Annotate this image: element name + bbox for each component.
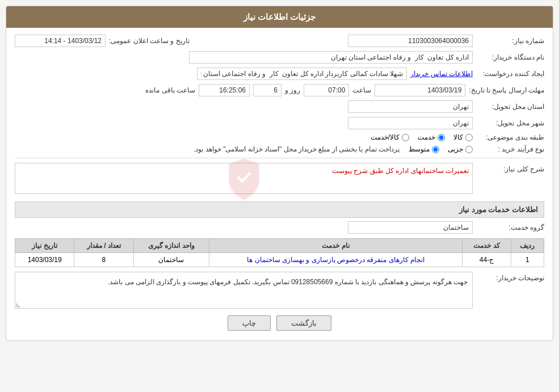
button-row: بازگشت چاپ <box>15 315 544 331</box>
description-section-label: شرح کلی نیاز: <box>476 163 544 173</box>
category-option-goods[interactable]: کالا <box>453 133 473 141</box>
cell-code: ح-44 <box>463 253 511 267</box>
col-code: کد خدمت <box>463 239 511 253</box>
col-qty: تعداد / مقدار <box>74 239 133 253</box>
table-row: 1 ح-44 انجام کارهای متفرقه درخصوص بازساز… <box>15 253 544 267</box>
category-option-both[interactable]: کالا/خدمت <box>371 133 409 141</box>
category-radio-service[interactable] <box>438 134 445 141</box>
deadline-label: مهلت ارسال پاسخ تا تاریخ: <box>469 86 544 94</box>
deadline-day-label: روز و <box>285 86 300 94</box>
need-number-label: شماره نیاز: <box>476 37 544 45</box>
province-input[interactable] <box>348 100 473 113</box>
page-title: جزئیات اطلاعات نیاز <box>6 6 553 28</box>
city-input[interactable] <box>348 117 473 129</box>
announcement-label: تاریخ و ساعت اعلان عمومی: <box>109 37 190 45</box>
process-radio-partial[interactable] <box>465 146 473 153</box>
creator-input[interactable] <box>197 68 407 80</box>
deadline-day-input[interactable] <box>253 84 281 96</box>
process-option-medium[interactable]: متوسط <box>409 145 439 153</box>
category-label: طبقه بندی موضوعی: <box>476 133 544 141</box>
deadline-remain-label: ساعت باقی مانده <box>145 86 195 94</box>
service-group-label: گروه خدمت: <box>476 224 544 231</box>
services-section-header: اطلاعات خدمات مورد نیاز <box>15 201 544 218</box>
province-label: استان محل تحویل: <box>476 103 544 111</box>
cell-date: 1403/03/19 <box>15 253 74 267</box>
buyer-label: نام دستگاه خریدار: <box>476 53 544 61</box>
need-number-input[interactable] <box>348 35 473 47</box>
buyer-desc-textarea[interactable] <box>15 272 473 309</box>
category-radio-both[interactable] <box>402 134 409 141</box>
deadline-time-label: ساعت <box>352 86 371 94</box>
category-radio-group: کالا خدمت کالا/خدمت <box>371 133 473 141</box>
deadline-time-input[interactable] <box>304 84 349 96</box>
deadline-remain-input[interactable] <box>199 84 250 96</box>
cell-unit: ساختمان <box>133 253 209 267</box>
process-label: نوع فرآیند خرید : <box>476 145 544 153</box>
category-option-service[interactable]: خدمت <box>418 133 445 141</box>
creator-label: ایجاد کننده درخواست: <box>476 70 544 78</box>
process-radio-medium[interactable] <box>432 146 439 153</box>
cell-name[interactable]: انجام کارهای متفرقه درخصوص بازسازی و بهس… <box>209 253 463 267</box>
print-button[interactable]: چاپ <box>228 315 271 331</box>
col-date: تاریخ نیاز <box>15 239 74 253</box>
back-button[interactable]: بازگشت <box>276 315 331 331</box>
cell-qty: 8 <box>74 253 133 267</box>
announcement-input[interactable] <box>15 35 106 47</box>
contact-link[interactable]: اطلاعات تماس خریدار <box>410 70 473 78</box>
col-unit: واحد اندازه گیری <box>133 239 209 253</box>
city-label: شهر محل تحویل: <box>476 119 544 127</box>
cell-row: 1 <box>511 253 544 267</box>
col-row: ردیف <box>511 239 544 253</box>
process-note: پرداخت تمام یا بخشی از مبلغ خریداز محل "… <box>194 145 400 153</box>
process-radio-group: جزیی متوسط <box>409 145 473 153</box>
service-group-input[interactable] <box>348 221 473 234</box>
category-radio-goods[interactable] <box>465 134 473 141</box>
deadline-date-input[interactable] <box>375 84 465 96</box>
process-option-partial[interactable]: جزیی <box>448 145 473 153</box>
buyer-desc-label: توضیحات خریدار: <box>476 272 544 282</box>
description-textarea[interactable] <box>15 163 473 194</box>
services-table: ردیف کد خدمت نام خدمت واحد اندازه گیری ت… <box>15 238 544 267</box>
col-name: نام خدمت <box>209 239 463 253</box>
buyer-input[interactable] <box>189 51 473 64</box>
